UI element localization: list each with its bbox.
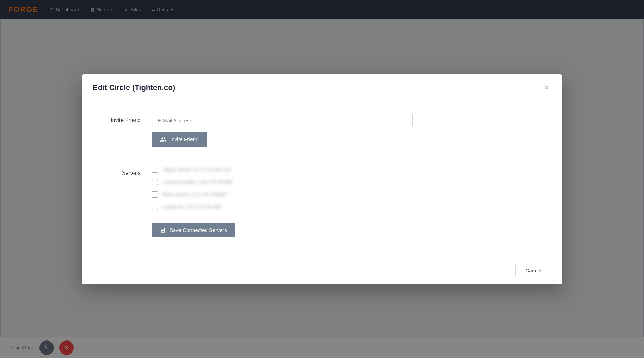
server-name-1: Alpha server 127.170.160.221 xyxy=(163,167,232,172)
server-checkbox-1[interactable] xyxy=(152,167,158,173)
server-item: Beta server 111.170.248887 xyxy=(152,191,551,198)
servers-label: Servers xyxy=(93,167,141,176)
cancel-button[interactable]: Cancel xyxy=(515,264,551,277)
email-input[interactable] xyxy=(152,114,413,127)
save-connected-servers-label: Save Connected Servers xyxy=(170,227,227,233)
server-item: Laravel builder 120.170.80486 xyxy=(152,179,551,185)
server-name-4: customer 122.170.10.486 xyxy=(163,204,221,210)
server-name-2: Laravel builder 120.170.80486 xyxy=(163,179,232,185)
users-icon xyxy=(160,136,167,143)
server-name-3: Beta server 111.170.248887 xyxy=(163,191,228,197)
invite-friend-content: Invite Friend xyxy=(152,114,551,147)
invite-friend-row: Invite Friend Invite Friend xyxy=(93,114,551,147)
edit-circle-modal: Edit Circle (Tighten.co) × Invite Friend… xyxy=(82,74,562,284)
server-checkbox-4[interactable] xyxy=(152,204,158,210)
server-checkbox-3[interactable] xyxy=(152,191,158,198)
servers-row: Servers Alpha server 127.170.160.221 Lar… xyxy=(93,167,551,237)
save-icon xyxy=(160,227,166,233)
section-divider xyxy=(93,157,551,157)
modal-close-button[interactable]: × xyxy=(541,82,551,93)
server-item: Alpha server 127.170.160.221 xyxy=(152,167,551,173)
modal-footer: Cancel xyxy=(82,257,562,284)
modal-body: Invite Friend Invite Friend Servers xyxy=(82,100,562,257)
server-checkbox-2[interactable] xyxy=(152,179,158,185)
modal-header: Edit Circle (Tighten.co) × xyxy=(82,74,562,100)
invite-friend-button[interactable]: Invite Friend xyxy=(152,132,207,147)
save-connected-servers-button[interactable]: Save Connected Servers xyxy=(152,223,235,237)
invite-friend-label: Invite Friend xyxy=(93,114,141,123)
invite-friend-button-label: Invite Friend xyxy=(170,136,199,142)
server-item: customer 122.170.10.486 xyxy=(152,204,551,210)
servers-content: Alpha server 127.170.160.221 Laravel bui… xyxy=(152,167,551,237)
modal-title: Edit Circle (Tighten.co) xyxy=(93,83,175,92)
servers-list: Alpha server 127.170.160.221 Laravel bui… xyxy=(152,167,551,210)
modal-overlay: Edit Circle (Tighten.co) × Invite Friend… xyxy=(0,0,644,358)
